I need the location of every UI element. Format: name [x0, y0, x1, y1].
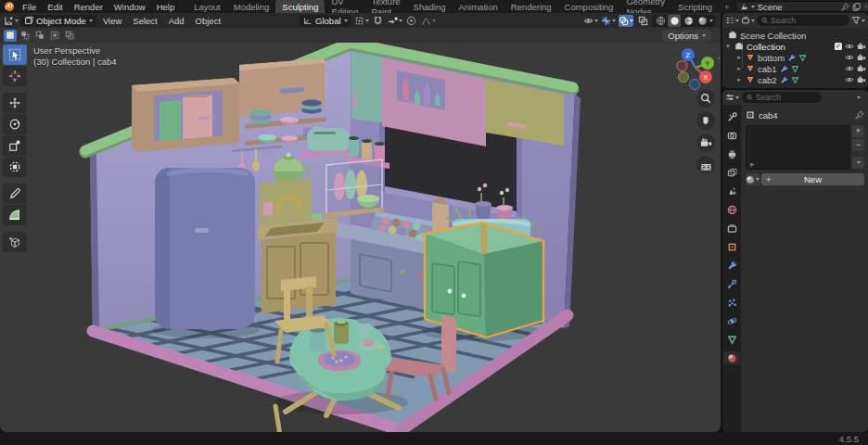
tool-move[interactable]: [3, 93, 27, 113]
collection-checkbox[interactable]: ✓: [835, 43, 842, 50]
resize-grip[interactable]: ::::: [793, 161, 803, 167]
dish-rack[interactable]: [325, 159, 384, 218]
snap-toggle[interactable]: [372, 15, 385, 27]
properties-tab-collection[interactable]: [723, 222, 740, 235]
outliner-filter-collection-dropdown[interactable]: [741, 15, 755, 27]
shading-dropdown[interactable]: [709, 19, 713, 22]
scene-selector[interactable]: Scene ×: [735, 1, 868, 12]
axis-neg-x[interactable]: [677, 61, 687, 71]
table-plate-pizza[interactable]: [318, 350, 361, 372]
tab-rendering[interactable]: Rendering: [504, 0, 558, 13]
tab-uv-editing[interactable]: UV Editing: [325, 0, 364, 13]
menu-select[interactable]: Select: [128, 16, 161, 26]
properties-tab-tool[interactable]: [723, 110, 740, 123]
properties-options-dropdown[interactable]: [852, 92, 865, 104]
blender-logo-icon[interactable]: [4, 1, 15, 12]
kitchen-scene[interactable]: [0, 43, 721, 432]
properties-tab-constraints[interactable]: [723, 277, 740, 290]
orthographic-toggle-button[interactable]: [696, 156, 715, 174]
render-camera-icon[interactable]: [857, 42, 866, 51]
show-object-types-dropdown[interactable]: [583, 15, 598, 27]
breadcrumb-object-name[interactable]: cab4: [759, 110, 778, 121]
add-workspace-button[interactable]: +: [719, 0, 735, 13]
outliner-row-cab1[interactable]: ▸ cab1: [724, 63, 866, 74]
tab-sculpting[interactable]: Sculpting: [275, 0, 325, 13]
properties-tab-particles[interactable]: [723, 296, 740, 309]
tool-scale[interactable]: [3, 135, 27, 156]
tab-layout[interactable]: Layout: [187, 0, 227, 13]
menu-add[interactable]: Add: [164, 16, 189, 26]
axis-neg-y[interactable]: [679, 72, 689, 83]
hide-eye-icon[interactable]: [845, 75, 854, 84]
pivot-point-dropdown[interactable]: [354, 15, 369, 27]
shading-solid-button[interactable]: [668, 15, 681, 27]
render-camera-icon[interactable]: [857, 75, 866, 84]
expand-icon[interactable]: ▸: [735, 76, 743, 83]
hide-eye-icon[interactable]: [845, 53, 854, 62]
mode-dropdown[interactable]: Object Mode: [20, 15, 96, 27]
browse-material-dropdown[interactable]: [746, 173, 760, 185]
expand-icon[interactable]: ▸: [735, 54, 743, 61]
fridge[interactable]: [152, 168, 260, 338]
axis-neg-z[interactable]: [690, 80, 700, 90]
material-slots-list[interactable]: ▶ ::::: [746, 125, 850, 170]
cabinet-cab4-selected[interactable]: [423, 222, 543, 341]
properties-tab-material[interactable]: [723, 351, 740, 364]
tool-transform[interactable]: [3, 157, 27, 177]
collapse-icon[interactable]: ▾: [724, 43, 732, 50]
menu-file[interactable]: File: [17, 2, 42, 12]
properties-tab-data[interactable]: [723, 333, 740, 346]
tool-cursor[interactable]: [3, 66, 27, 86]
properties-editor-dropdown[interactable]: [725, 92, 739, 104]
properties-search[interactable]: [742, 92, 822, 103]
new-scene-icon[interactable]: [852, 3, 861, 11]
zoom-view-button[interactable]: [696, 89, 715, 108]
xray-toggle[interactable]: [636, 15, 649, 27]
pan-view-button[interactable]: [696, 111, 715, 130]
pin-id-icon[interactable]: [855, 110, 864, 120]
tab-shading[interactable]: Shading: [407, 0, 453, 13]
tab-texture-paint[interactable]: Texture Paint: [364, 0, 406, 13]
menu-object[interactable]: Object: [191, 16, 225, 26]
new-material-button[interactable]: + New: [761, 173, 864, 185]
menu-view[interactable]: View: [98, 16, 126, 26]
properties-tab-object[interactable]: [723, 240, 740, 253]
slots-expand-icon[interactable]: ▶: [750, 160, 755, 167]
tab-modeling[interactable]: Modeling: [227, 0, 276, 13]
tab-compositing[interactable]: Compositing: [558, 0, 620, 13]
tool-select-box[interactable]: [3, 44, 27, 65]
menu-help[interactable]: Help: [151, 2, 181, 12]
show-overlays-toggle[interactable]: [619, 15, 633, 27]
outliner-row-cab2[interactable]: ▸ cab2: [724, 74, 866, 85]
options-button[interactable]: Options: [662, 30, 711, 42]
shading-rendered-button[interactable]: [696, 15, 708, 27]
select-mode-extend-button[interactable]: [19, 30, 32, 42]
transform-orientation-dropdown[interactable]: Global: [300, 15, 351, 27]
properties-search-input[interactable]: [756, 93, 817, 102]
outliner-search[interactable]: [757, 15, 849, 26]
select-mode-intersect-button[interactable]: [63, 30, 76, 42]
material-specials-dropdown[interactable]: [852, 157, 864, 169]
hide-eye-icon[interactable]: [845, 64, 854, 73]
outliner-row-bottom[interactable]: ▸ bottom: [724, 52, 866, 63]
properties-tab-modifiers[interactable]: [723, 259, 740, 272]
remove-material-slot-button[interactable]: −: [852, 139, 864, 151]
shading-material-button[interactable]: [682, 15, 695, 27]
upper-cabinet-open[interactable]: [132, 78, 239, 152]
pin-icon[interactable]: [841, 3, 849, 11]
outliner-row-collection[interactable]: ▾ Collection ✓: [724, 41, 866, 52]
properties-tab-render[interactable]: [723, 129, 740, 142]
navigation-gizmo[interactable]: Z Y X: [676, 46, 717, 91]
sidebar-toggle-icon[interactable]: ‹: [718, 54, 721, 62]
properties-tab-view-layer[interactable]: [723, 166, 740, 179]
tool-annotate[interactable]: [3, 184, 27, 204]
upper-cabinet-teal[interactable]: [351, 51, 382, 122]
menu-window[interactable]: Window: [108, 2, 151, 12]
tab-scripting[interactable]: Scripting: [671, 0, 719, 13]
expand-icon[interactable]: ▸: [735, 65, 743, 72]
menu-edit[interactable]: Edit: [42, 2, 68, 12]
properties-tab-scene[interactable]: [723, 184, 740, 197]
add-material-slot-button[interactable]: +: [852, 125, 864, 137]
menu-render[interactable]: Render: [69, 2, 108, 12]
outliner-search-input[interactable]: [771, 16, 845, 25]
